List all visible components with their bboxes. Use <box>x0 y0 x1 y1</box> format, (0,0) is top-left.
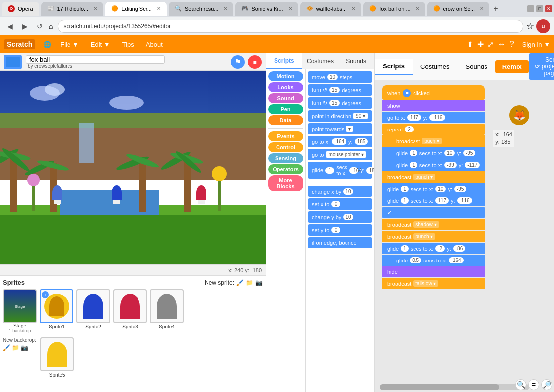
block-broadcast-tails-ow[interactable]: broadcast tails ow ▾ <box>382 278 485 289</box>
tab-scripts[interactable]: Scripts <box>266 53 302 69</box>
zoom-out-button[interactable]: 🔎 <box>541 379 552 390</box>
broadcast-punch2-val[interactable]: punch ▾ <box>413 233 435 240</box>
upload-sprite-icon[interactable]: 📁 <box>246 279 253 286</box>
category-operators[interactable]: Operators <box>268 164 303 174</box>
nav-edit[interactable]: Edit ▼ <box>88 39 113 50</box>
signin-link[interactable]: Sign in ▼ <box>522 41 550 48</box>
glide1-y[interactable]: -95 <box>463 150 475 156</box>
stop-button[interactable]: ■ <box>248 55 262 69</box>
glide5-v1[interactable]: 1 <box>401 245 409 252</box>
glide3-v1[interactable]: 1 <box>401 186 409 192</box>
close-btn[interactable]: ✕ <box>545 5 552 12</box>
category-sound[interactable]: Sound <box>268 93 303 103</box>
scratch-logo[interactable]: Scratch <box>4 39 35 49</box>
block-broadcast-shadow[interactable]: broadcast shadow ▾ <box>382 219 485 230</box>
sprite2-item[interactable]: Sprite2 <box>76 289 110 329</box>
glide3-y[interactable]: -95 <box>454 186 466 192</box>
camera-backdrop-icon[interactable]: 📷 <box>21 344 28 351</box>
address-bar[interactable] <box>58 20 523 33</box>
category-motion[interactable]: Motion <box>268 71 303 81</box>
block-glide-2-86[interactable]: glide 1 secs to x: -2 y: -86 <box>382 243 485 254</box>
block-change-y[interactable]: change y by 10 <box>308 211 372 223</box>
glide2-x[interactable]: -99 <box>444 162 456 168</box>
block-set-x-val[interactable]: 0 <box>331 201 340 207</box>
block-change-x-val[interactable]: 10 <box>343 188 353 195</box>
zoom-reset-button[interactable]: = <box>528 379 539 390</box>
zoom-in-button[interactable]: 🔍 <box>515 379 526 390</box>
tab-editing-close[interactable]: ✕ <box>157 6 161 11</box>
layout-icon[interactable]: ↔ <box>498 40 506 49</box>
block-glide-99-117[interactable]: glide 1 secs to x: -99 y: -117 <box>382 159 485 171</box>
block-goto-117[interactable]: go to x: 117 y: -116 <box>382 112 485 123</box>
minimize-btn[interactable]: ─ <box>527 5 534 12</box>
user-avatar[interactable]: u <box>536 19 550 33</box>
tab-search[interactable]: 🔍 Search resu... ✕ <box>169 2 233 16</box>
paint-sprite-icon[interactable]: 🖌️ <box>236 279 244 286</box>
category-data[interactable]: Data <box>268 115 303 125</box>
tab-sounds[interactable]: Sounds <box>338 53 374 69</box>
block-point-dir-val[interactable]: 90 ▾ <box>353 113 368 119</box>
nav-tips[interactable]: Tips <box>119 39 137 50</box>
goto-y-116[interactable]: -116 <box>429 114 445 121</box>
sprite1-item[interactable]: i Sprite1 <box>40 289 73 329</box>
glide4-x[interactable]: 117 <box>435 197 449 204</box>
block-goto-x-val[interactable]: -164 <box>332 138 346 145</box>
tab-waffle-close[interactable]: ✕ <box>351 6 355 11</box>
block-set-x[interactable]: set x to 0 <box>308 198 372 210</box>
category-control[interactable]: Control <box>268 142 303 152</box>
project-name-input[interactable] <box>26 55 165 64</box>
block-show[interactable]: show <box>382 100 485 111</box>
back-button[interactable]: ◀ <box>4 20 16 32</box>
camera-sprite-icon[interactable]: 📷 <box>255 279 263 286</box>
broadcast-punch1-val[interactable]: punch ▾ <box>413 174 435 180</box>
tab-crow-close[interactable]: ✕ <box>480 6 484 11</box>
block-move[interactable]: move 10 steps <box>308 71 372 83</box>
tab-foxball[interactable]: 🟠 fox ball on ... ✕ <box>363 2 425 16</box>
block-glide-10-95b[interactable]: glide 1 secs to x: 10 y: -95 <box>382 183 485 195</box>
block-set-y-val[interactable]: 0 <box>331 227 340 233</box>
category-more-blocks[interactable]: More Blocks <box>268 175 303 191</box>
glide5-x[interactable]: -2 <box>435 245 445 252</box>
category-looks[interactable]: Looks <box>268 82 303 92</box>
category-pen[interactable]: Pen <box>268 104 303 114</box>
sprite5-item[interactable]: Sprite5 <box>40 337 74 378</box>
tab-costumes[interactable]: Costumes <box>302 53 339 69</box>
block-goto-xy[interactable]: go to x: -164 y: 185 <box>308 136 372 147</box>
tab-editing[interactable]: 🟠 Editing Scr... ✕ <box>105 2 167 16</box>
share-icon[interactable]: ✚ <box>477 40 484 49</box>
block-turn-ccw-val[interactable]: 15 <box>329 87 340 93</box>
block-change-x[interactable]: change x by 10 <box>308 186 372 197</box>
glide6-v1[interactable]: 0.5 <box>410 257 421 263</box>
block-turn-ccw[interactable]: turn ↺ 15 degrees <box>308 84 372 96</box>
block-broadcast-punch2[interactable]: broadcast punch ▾ <box>382 231 485 242</box>
block-repeat[interactable]: repeat 2 <box>382 124 485 135</box>
goto-x-117[interactable]: 117 <box>407 114 421 121</box>
opera-tab[interactable]: O Opera <box>2 2 39 16</box>
block-point-towards-val[interactable]: ▾ <box>346 126 353 132</box>
block-glide-v1[interactable]: 1 <box>325 167 334 174</box>
glide3-x[interactable]: 10 <box>435 186 446 192</box>
glide1-x[interactable]: 10 <box>444 150 455 156</box>
hat-block-when-clicked[interactable]: when ⚑ clicked <box>382 85 485 100</box>
upload-icon[interactable]: ⬆ <box>467 40 473 49</box>
refresh-button[interactable]: ↺ <box>34 20 46 32</box>
block-glide-y[interactable]: 18 <box>366 167 374 174</box>
block-goto-val[interactable]: mouse-pointer ▾ <box>326 151 366 158</box>
block-turn-cw-val[interactable]: 15 <box>329 100 340 106</box>
glide4-v1[interactable]: 1 <box>401 197 409 204</box>
scripts-workspace[interactable]: x: -164 y: 185 🦊 when ⚑ clicked <box>375 80 554 392</box>
paint-backdrop-icon[interactable]: 🖌️ <box>3 344 10 351</box>
bookmark-icon[interactable]: ☆ <box>526 21 534 32</box>
block-point-towards[interactable]: point towards ▾ <box>308 123 372 134</box>
stage-sprite-item[interactable]: Stage Stage 1 backdrop <box>3 289 37 333</box>
block-broadcast-punch1[interactable]: broadcast punch ▾ <box>382 171 485 183</box>
tab-crow[interactable]: 🟠 crow on Sc... ✕ <box>427 2 490 16</box>
costumes-tab[interactable]: Costumes <box>413 59 458 74</box>
globe-icon[interactable]: 🌐 <box>43 41 51 48</box>
scripts-tab[interactable]: Scripts <box>375 59 413 75</box>
workspace-scrollbar-thumb[interactable] <box>380 384 499 390</box>
repeat-val[interactable]: 2 <box>405 126 414 132</box>
category-sensing[interactable]: Sensing <box>268 153 303 163</box>
block-move-val[interactable]: 10 <box>327 74 338 80</box>
block-turn-cw[interactable]: turn ↻ 15 degrees <box>308 97 372 109</box>
